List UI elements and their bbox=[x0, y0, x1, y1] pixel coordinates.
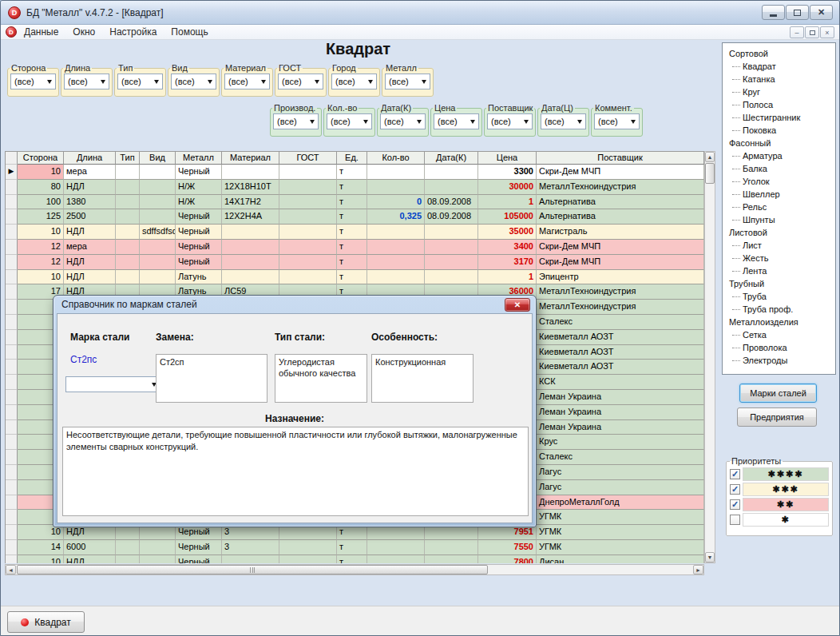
column-header[interactable]: Ед. bbox=[337, 152, 367, 165]
column-header[interactable]: Цена bbox=[478, 152, 537, 165]
tree-item[interactable]: Круг bbox=[723, 85, 835, 98]
tree-section-label[interactable]: Фасонный bbox=[723, 137, 835, 149]
tree-item[interactable]: Катанка bbox=[723, 73, 835, 85]
row-selector[interactable] bbox=[6, 390, 18, 405]
scroll-left-icon[interactable]: ◄ bbox=[6, 565, 16, 574]
filter-dropdown[interactable]: (все) bbox=[327, 113, 372, 129]
tree-item[interactable]: Полоса bbox=[723, 98, 835, 111]
filter-dropdown[interactable]: (все) bbox=[331, 74, 377, 89]
tree-item[interactable]: Электроды bbox=[723, 354, 835, 367]
horizontal-scrollbar-thumb[interactable] bbox=[17, 565, 488, 574]
row-selector[interactable] bbox=[6, 270, 18, 285]
filter-dropdown[interactable]: (все) bbox=[171, 74, 216, 89]
priority-checkbox[interactable]: ✓ bbox=[730, 484, 740, 495]
tree-section-label[interactable]: Сортовой bbox=[723, 47, 835, 60]
menu-item[interactable]: Настройка bbox=[102, 26, 164, 38]
row-selector[interactable] bbox=[6, 345, 18, 360]
row-selector[interactable] bbox=[6, 480, 18, 495]
priority-checkbox[interactable]: ✓ bbox=[730, 469, 740, 479]
row-selector[interactable] bbox=[6, 284, 18, 300]
row-selector[interactable] bbox=[6, 450, 18, 465]
column-header[interactable]: Поставщик bbox=[537, 152, 704, 165]
tree-item[interactable]: Рельс bbox=[723, 201, 835, 213]
tree-section-label[interactable]: Листовой bbox=[723, 226, 835, 239]
table-row[interactable]: 1001380Н/Ж14Х17Н2т008.09.20081Альтернати… bbox=[6, 195, 704, 210]
row-selector[interactable] bbox=[6, 420, 18, 435]
filter-dropdown[interactable]: (все) bbox=[380, 113, 426, 129]
row-selector[interactable] bbox=[6, 240, 18, 255]
column-header[interactable]: ГОСТ bbox=[279, 152, 337, 165]
priority-checkbox[interactable]: ✓ bbox=[730, 499, 740, 510]
filter-dropdown[interactable]: (все) bbox=[278, 74, 323, 89]
filter-dropdown[interactable]: (все) bbox=[541, 113, 586, 129]
filter-dropdown[interactable]: (все) bbox=[64, 74, 109, 89]
row-selector[interactable] bbox=[6, 525, 18, 540]
vertical-scrollbar[interactable]: ▲ ▼ bbox=[704, 151, 715, 563]
row-selector[interactable] bbox=[6, 435, 18, 450]
tree-section-label[interactable]: Трубный bbox=[723, 277, 835, 290]
tree-item[interactable]: Шпунты bbox=[723, 213, 835, 226]
row-selector[interactable] bbox=[6, 495, 18, 511]
row-selector[interactable] bbox=[6, 330, 18, 345]
close-button[interactable]: ✕ bbox=[810, 5, 833, 20]
priority-checkbox[interactable] bbox=[730, 515, 740, 525]
filter-dropdown[interactable]: (все) bbox=[224, 74, 270, 89]
tree-item[interactable]: Балка bbox=[723, 162, 835, 175]
tree-item[interactable]: Швеллер bbox=[723, 188, 835, 201]
filter-dropdown[interactable]: (все) bbox=[487, 113, 533, 129]
table-row[interactable]: 1252500Черный12Х2Н4Ат0,32508.09.20081050… bbox=[6, 209, 704, 225]
row-selector[interactable] bbox=[6, 300, 18, 315]
row-selector[interactable] bbox=[6, 180, 18, 195]
minimize-button[interactable] bbox=[762, 5, 785, 20]
replace-field[interactable]: Ст2сп bbox=[156, 354, 267, 403]
vertical-scrollbar-thumb[interactable] bbox=[705, 163, 715, 184]
column-header[interactable]: Длина bbox=[64, 152, 116, 165]
tree-item[interactable]: Уголок bbox=[723, 175, 835, 188]
steel-mark-dropdown[interactable] bbox=[65, 376, 161, 392]
feature-field[interactable]: Конструкционная bbox=[371, 354, 473, 403]
column-header[interactable]: Сторона bbox=[18, 152, 64, 165]
tree-item[interactable]: Поковка bbox=[723, 124, 835, 137]
table-row[interactable]: 10НДЛsdffsdfsdfЧерныйт35000Магистраль bbox=[6, 225, 704, 240]
table-row[interactable]: 10НДЛЛатуньт1Эпицентр bbox=[6, 270, 704, 285]
tree-item[interactable]: Сетка bbox=[723, 328, 835, 341]
filter-dropdown[interactable]: (все) bbox=[385, 74, 430, 89]
row-selector[interactable] bbox=[6, 540, 18, 555]
tree-item[interactable]: Проволока bbox=[723, 341, 835, 354]
table-row[interactable]: 12мераЧерныйт3400Скри-Дем МЧП bbox=[6, 240, 704, 255]
mdi-minimize-button[interactable]: – bbox=[790, 26, 804, 38]
steel-grades-button[interactable]: Марки сталей bbox=[739, 384, 817, 403]
column-header[interactable]: Вид bbox=[140, 152, 176, 165]
horizontal-scrollbar[interactable]: ◄ ► bbox=[5, 564, 704, 575]
taskbar-kvadrat-button[interactable]: Квадрат bbox=[7, 611, 85, 633]
filter-dropdown[interactable]: (все) bbox=[117, 74, 163, 89]
purpose-field[interactable]: Несоответствующие детали, требующие повы… bbox=[62, 427, 529, 516]
row-selector[interactable] bbox=[6, 225, 18, 240]
row-selector[interactable] bbox=[6, 315, 18, 330]
steel-type-field[interactable]: Углеродистая обычного качества bbox=[275, 354, 367, 403]
row-selector[interactable] bbox=[6, 209, 18, 225]
tree-item[interactable]: Арматура bbox=[723, 149, 835, 162]
row-selector[interactable] bbox=[6, 465, 18, 480]
row-selector[interactable] bbox=[6, 510, 18, 525]
tree-item[interactable]: Труба проф. bbox=[723, 303, 835, 316]
menu-item[interactable]: Помощь bbox=[164, 26, 215, 38]
row-selector[interactable] bbox=[6, 255, 18, 270]
mdi-close-button[interactable]: × bbox=[820, 26, 834, 38]
column-header[interactable]: Материал bbox=[222, 152, 279, 165]
tree-item[interactable]: Лента bbox=[723, 264, 835, 277]
filter-dropdown[interactable]: (все) bbox=[273, 113, 319, 129]
menu-item[interactable]: Данные bbox=[17, 26, 65, 38]
restore-button[interactable] bbox=[786, 5, 809, 20]
table-row[interactable]: 146000Черный3т7550УГМК bbox=[6, 540, 704, 555]
table-row[interactable]: 80НДЛН/Ж12Х18Н10Тт30000МеталлТехноиндуст… bbox=[6, 180, 704, 195]
table-row[interactable]: 12НДЛЧерныйт3170Скри-Дем МЧП bbox=[6, 255, 704, 270]
table-row[interactable]: ▶10мераЧерныйт3300Скри-Дем МЧП bbox=[6, 165, 704, 180]
scroll-right-icon[interactable]: ► bbox=[693, 565, 703, 574]
menu-item[interactable]: Окно bbox=[65, 26, 102, 38]
tree-item[interactable]: Труба bbox=[723, 290, 835, 303]
row-selector[interactable] bbox=[6, 360, 18, 375]
table-row[interactable]: 10НДЛЧерныйт7800Дисан bbox=[6, 555, 704, 563]
current-row-indicator[interactable]: ▶ bbox=[6, 165, 18, 180]
row-selector[interactable] bbox=[6, 405, 18, 420]
